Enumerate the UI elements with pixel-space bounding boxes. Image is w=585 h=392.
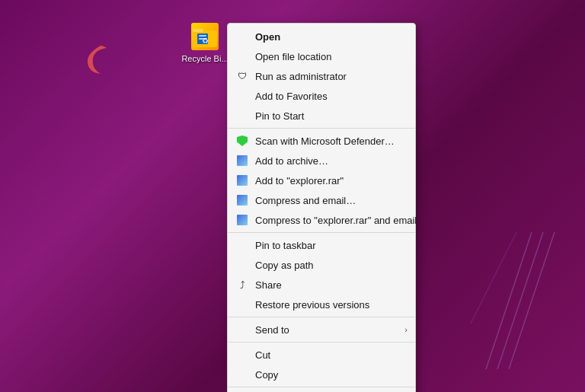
menu-item-label-open: Open bbox=[255, 31, 280, 43]
menu-item-label-run-as-admin: Run as administrator bbox=[255, 71, 347, 82]
shield-icon: 🛡 bbox=[235, 69, 249, 83]
menu-item-pin-to-start[interactable]: Pin to Start bbox=[228, 106, 415, 126]
menu-item-open-file-location[interactable]: Open file location bbox=[228, 46, 415, 66]
svg-text:♻: ♻ bbox=[202, 37, 209, 45]
recycle-bin-image: ♻ bbox=[190, 21, 220, 52]
menu-item-compress-email[interactable]: Compress and email… bbox=[228, 190, 415, 210]
menu-item-cut[interactable]: Cut bbox=[228, 345, 415, 365]
menu-item-add-to-favorites[interactable]: Add to Favorites bbox=[228, 86, 415, 106]
menu-item-label-open-file-location: Open file location bbox=[255, 51, 331, 62]
menu-separator bbox=[228, 232, 415, 233]
submenu-arrow-send-to: › bbox=[404, 325, 408, 334]
menu-item-label-scan-defender: Scan with Microsoft Defender… bbox=[255, 135, 395, 147]
archive-icon bbox=[235, 213, 249, 227]
menu-item-label-copy: Copy bbox=[255, 369, 278, 381]
decorative-moon bbox=[84, 42, 118, 76]
archive-icon bbox=[235, 154, 249, 167]
menu-item-label-restore-previous: Restore previous versions bbox=[255, 299, 369, 311]
menu-item-open[interactable]: Open bbox=[228, 27, 415, 46]
menu-item-add-to-archive[interactable]: Add to archive… bbox=[228, 151, 415, 171]
menu-item-label-add-to-archive: Add to archive… bbox=[255, 155, 328, 167]
menu-item-scan-defender[interactable]: Scan with Microsoft Defender… bbox=[228, 131, 415, 151]
menu-item-add-to-explorer-rar[interactable]: Add to "explorer.rar" bbox=[228, 171, 415, 190]
menu-item-share[interactable]: ⤴Share bbox=[228, 275, 415, 295]
menu-item-label-cut: Cut bbox=[255, 349, 270, 361]
share-icon: ⤴ bbox=[235, 278, 249, 292]
svg-line-1 bbox=[497, 232, 543, 369]
svg-line-3 bbox=[471, 232, 516, 323]
menu-item-label-copy-as-path: Copy as path bbox=[255, 260, 314, 271]
archive-icon bbox=[235, 193, 249, 207]
menu-item-label-compress-email: Compress and email… bbox=[255, 195, 356, 206]
menu-item-copy[interactable]: Copy bbox=[228, 365, 415, 384]
archive-icon bbox=[235, 174, 249, 187]
menu-separator bbox=[228, 317, 415, 317]
menu-separator bbox=[228, 342, 415, 343]
defender-icon bbox=[235, 134, 249, 148]
menu-item-pin-to-taskbar[interactable]: Pin to taskbar bbox=[228, 235, 415, 255]
menu-item-copy-as-path[interactable]: Copy as path bbox=[228, 255, 415, 275]
menu-item-restore-previous[interactable]: Restore previous versions bbox=[228, 295, 415, 314]
svg-line-2 bbox=[509, 232, 555, 369]
menu-item-send-to[interactable]: Send to› bbox=[228, 320, 415, 339]
menu-item-label-add-to-favorites: Add to Favorites bbox=[255, 91, 328, 102]
menu-item-compress-explorer-email[interactable]: Compress to "explorer.rar" and email bbox=[228, 210, 415, 230]
svg-line-0 bbox=[486, 232, 532, 369]
menu-separator bbox=[228, 128, 415, 129]
recycle-bin-icon[interactable]: ♻ Recycle Bi... bbox=[178, 21, 232, 63]
recycle-bin-label: Recycle Bi... bbox=[181, 54, 228, 63]
svg-rect-5 bbox=[193, 29, 203, 32]
menu-item-label-add-to-explorer-rar: Add to "explorer.rar" bbox=[255, 175, 344, 186]
decorative-lines bbox=[471, 232, 562, 369]
menu-item-run-as-admin[interactable]: 🛡Run as administrator bbox=[228, 66, 415, 86]
context-menu: OpenOpen file location🛡Run as administra… bbox=[227, 23, 416, 392]
menu-item-label-pin-to-start: Pin to Start bbox=[255, 110, 304, 122]
menu-item-label-pin-to-taskbar: Pin to taskbar bbox=[255, 240, 316, 251]
menu-item-label-share: Share bbox=[255, 279, 282, 291]
menu-separator bbox=[228, 387, 415, 387]
menu-item-label-compress-explorer-email: Compress to "explorer.rar" and email bbox=[255, 215, 417, 226]
menu-item-label-send-to: Send to bbox=[255, 324, 289, 336]
